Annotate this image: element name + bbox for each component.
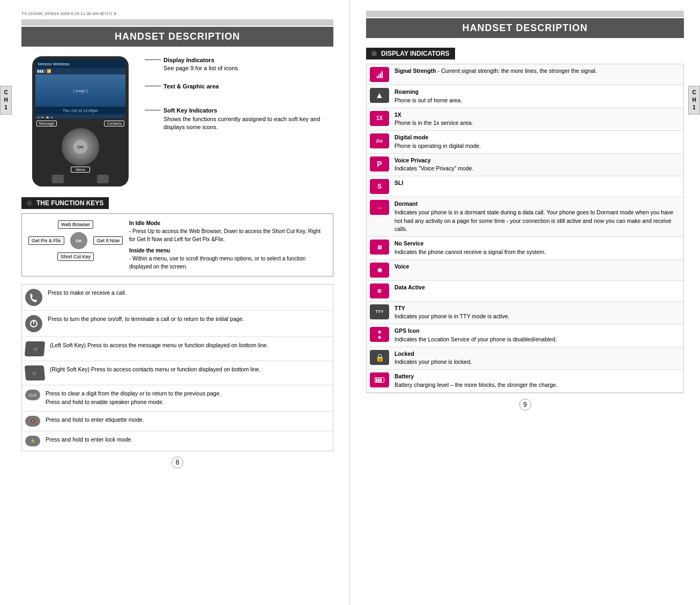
screen-date: Thu, Oct 23 12:45pm — [35, 107, 125, 114]
left-section-title: HANDSET DESCRIPTION — [21, 27, 333, 47]
data-active-label: Data Active — [394, 284, 425, 290]
line-connector3 — [145, 110, 161, 110]
dormant-icon: ↔ — [370, 200, 389, 215]
data-active-text: Data Active — [394, 283, 680, 292]
web-browser-key[interactable]: Web Browser — [58, 220, 93, 229]
carrier-name: Verizon Wireless — [38, 62, 70, 66]
signal-strength-text: Signal Strength - Current signal strengt… — [394, 67, 680, 76]
battery-desc: Battery charging level – the more blocks… — [394, 382, 557, 388]
ch-r-label: C — [690, 89, 698, 96]
display-indicators-heading: DISPLAY INDICATORS — [381, 50, 450, 57]
right-soft-icon: ▷ — [25, 365, 45, 380]
screen-top-bar: Verizon Wireless — [35, 59, 125, 68]
contacts-button[interactable]: Contacts — [104, 121, 124, 126]
di-bullet-icon — [371, 51, 377, 56]
no-service-desc: Indicates the phone cannot receive a sig… — [394, 249, 546, 255]
1x-text: 1X Phone is in the 1x service area. — [394, 111, 680, 128]
battery-icon — [370, 372, 389, 387]
short-cut-key[interactable]: Short Cut Key — [57, 252, 94, 261]
no-service-label: No Service — [394, 240, 423, 247]
battery-text: Battery Battery charging level – the mor… — [394, 372, 680, 390]
dormant-text: Dormant Indicates your phone is in a dor… — [394, 200, 680, 234]
indicator-row-gps: ◈ ◈ GPS Icon Indicates the Location Serv… — [367, 324, 683, 347]
top-strip — [21, 19, 333, 26]
roaming-text: Roaming Phone is out of home area. — [394, 88, 680, 105]
sli-icon: S — [370, 179, 389, 194]
tty-text: TTY Indicates your phone is in TTY mode … — [394, 304, 680, 322]
phone-keypad: Message Contacts OK Menu — [35, 121, 125, 183]
get-it-now-key[interactable]: Get It Now — [93, 236, 123, 245]
screen-icons: ▮▮▮▯ 📶 — [35, 68, 125, 74]
page-number-left: 8 — [172, 457, 183, 468]
screen-content: [ image ] — [35, 74, 125, 107]
callout-text-graphic: Text & Graphic area — [145, 83, 333, 91]
ok-button[interactable]: OK — [73, 140, 87, 154]
signal-strength-icon — [370, 67, 389, 82]
inside-menu-desc: - Within a menu, use to scroll through m… — [129, 255, 327, 271]
function-keys-section: THE FUNCTION KEYS Web Browser Get Pix & … — [21, 197, 333, 277]
menu-button[interactable]: Menu — [71, 167, 90, 173]
call-key[interactable] — [52, 175, 64, 183]
indicators-list: Signal Strength - Current signal strengt… — [366, 64, 684, 393]
fk-ok-circle[interactable]: OK — [70, 232, 87, 249]
left-soft-icon: ◁ — [25, 341, 45, 356]
fk-description: In Idle Mode - Press Up to access the We… — [129, 219, 327, 271]
clear-icon: CLR — [25, 390, 40, 400]
gps-text: GPS Icon Indicates the Location Service … — [394, 327, 680, 344]
callout-display-indicators: Display Indicators See page 9 for a list… — [145, 56, 333, 73]
signal-strength-desc: - Current signal strength: the more line… — [436, 68, 597, 74]
line-connector1 — [145, 59, 161, 60]
gps-icon: ◈ ◈ — [370, 327, 389, 342]
soft-key-sub: Shows the functions currently assigned t… — [163, 116, 320, 130]
voice-privacy-text: Voice Privacy Indicates "Voice Privacy" … — [394, 156, 680, 174]
nav-ring[interactable]: OK — [62, 128, 99, 166]
power-icon — [25, 315, 42, 332]
digital-label: Digital mode — [394, 134, 428, 140]
chapter-tab-right: C H 1 — [688, 86, 700, 115]
ch-label2: H — [2, 96, 10, 104]
power-key-desc: Press to turn the phone on/off, to termi… — [48, 315, 330, 324]
function-keys-area: Web Browser Get Pix & Flix OK Get It Now… — [21, 213, 333, 277]
dormant-label: Dormant — [394, 200, 418, 207]
roaming-icon: ▲ — [370, 88, 389, 103]
etiquette-icon: 🔕 — [25, 416, 40, 427]
indicator-row-signal: Signal Strength - Current signal strengt… — [367, 64, 683, 85]
tty-desc: Indicates your phone is in TTY mode is a… — [394, 313, 509, 319]
callout-soft-key-text: Soft Key Indicators Shows the functions … — [163, 107, 333, 131]
indicator-row-sli: S SLI — [367, 176, 683, 197]
bullet-icon — [27, 200, 32, 206]
sli-label: SLI — [394, 180, 403, 186]
roaming-desc: Phone is out of home area. — [394, 97, 462, 103]
voice-text: Voice — [394, 263, 680, 271]
ch-num: 1 — [2, 104, 10, 111]
indicator-row-no-service: ⊠ No Service Indicates the phone cannot … — [367, 237, 683, 260]
key-rows-container: Press to make or receive a call. Press t… — [21, 284, 333, 451]
key-row-left-soft: ◁ (Left Soft Key) Press to access the me… — [22, 337, 333, 361]
line-connector2 — [145, 86, 161, 86]
fk-diagram: Web Browser Get Pix & Flix OK Get It Now… — [27, 219, 124, 271]
display-indicators-sub: See page 9 for a list of icons. — [163, 65, 240, 71]
lock-key-icon: 🔒 — [25, 436, 40, 446]
locked-text: Locked Indicates your phone is locked. — [394, 350, 680, 367]
key-row-clear: CLR Press to clear a digit from the disp… — [22, 385, 333, 412]
callout-soft-key: Soft Key Indicators Shows the functions … — [145, 107, 333, 131]
etiquette-desc: Press and hold to enter etiquette mode. — [46, 416, 330, 424]
in-idle-mode-title: In Idle Mode — [129, 219, 327, 227]
locked-desc: Indicates your phone is locked. — [394, 358, 472, 365]
right-top-strip — [366, 11, 684, 17]
1x-label: 1X — [394, 111, 401, 118]
display-indicators-label: Display Indicators — [163, 57, 214, 63]
gps-label: GPS Icon — [394, 327, 420, 334]
indicator-row-data-active: ⊞ Data Active — [367, 281, 683, 302]
right-soft-desc: (Right Soft Key) Press to access contact… — [50, 365, 330, 374]
text-graphic-label: Text & Graphic area — [163, 83, 219, 89]
get-pix-key[interactable]: Get Pix & Flix — [28, 236, 64, 245]
data-active-icon: ⊞ — [370, 283, 389, 298]
dormant-desc: Indicates your phone is in a dormant sta… — [394, 209, 673, 233]
end-key[interactable] — [97, 175, 109, 183]
message-button[interactable]: Message — [36, 121, 57, 126]
phone-screen: Verizon Wireless ▮▮▮▯ 📶 [ image ] Thu, O… — [35, 59, 125, 118]
in-idle-mode-desc: - Press Up to access the Web Browser, Do… — [129, 227, 327, 243]
battery-label: Battery — [394, 373, 414, 379]
call-icon — [25, 289, 42, 306]
